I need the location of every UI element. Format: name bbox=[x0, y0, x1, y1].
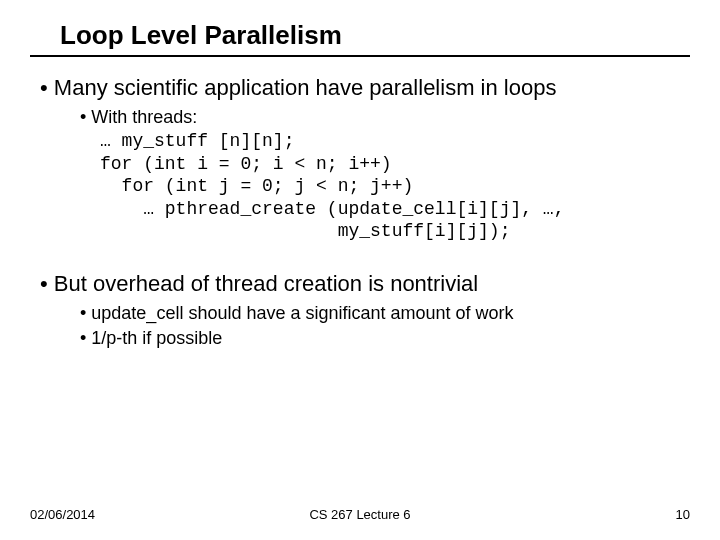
bullet-sub-1-text: With threads: bbox=[91, 107, 197, 127]
code-line-1: … my_stuff [n][n]; bbox=[100, 130, 690, 153]
bullet-sub-2: • update_cell should have a significant … bbox=[80, 303, 690, 324]
bullet-sub-3: • 1/p-th if possible bbox=[80, 328, 690, 349]
bullet-sub-3-text: 1/p-th if possible bbox=[91, 328, 222, 348]
code-line-4: … pthread_create (update_cell[i][j], …, bbox=[100, 198, 690, 221]
code-line-5: my_stuff[i][j]); bbox=[100, 220, 690, 243]
footer-center: CS 267 Lecture 6 bbox=[309, 507, 410, 522]
bullet-main-2-text: But overhead of thread creation is nontr… bbox=[54, 271, 478, 296]
bullet-sub-1: • With threads: bbox=[80, 107, 690, 128]
bullet-main-1-text: Many scientific application have paralle… bbox=[54, 75, 557, 100]
code-line-2: for (int i = 0; i < n; i++) bbox=[100, 153, 690, 176]
footer-date: 02/06/2014 bbox=[30, 507, 95, 522]
slide-title: Loop Level Parallelism bbox=[30, 20, 690, 57]
footer-page: 10 bbox=[676, 507, 690, 522]
bullet-main-2: • But overhead of thread creation is non… bbox=[40, 271, 690, 297]
bullet-main-1: • Many scientific application have paral… bbox=[40, 75, 690, 101]
bullet-sub-2-text: update_cell should have a significant am… bbox=[91, 303, 513, 323]
code-line-3: for (int j = 0; j < n; j++) bbox=[100, 175, 690, 198]
